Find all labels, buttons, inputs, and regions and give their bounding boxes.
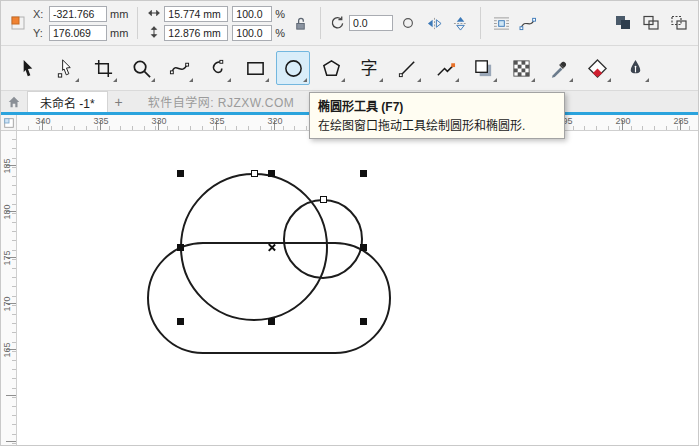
width-icon (147, 6, 161, 22)
zoom-tool[interactable] (124, 51, 158, 85)
height-icon (147, 25, 161, 41)
ruler-number: 325 (209, 116, 224, 126)
scale-h-input[interactable] (232, 6, 272, 22)
selection-center-marker[interactable] (267, 243, 276, 252)
ruler-number: 175 (2, 250, 12, 265)
object-height-input[interactable] (164, 25, 228, 41)
shape-tool[interactable] (48, 51, 82, 85)
property-bar: X: mm Y: mm % (1, 1, 699, 46)
flyout-arrow-icon (645, 78, 649, 82)
wrap-text-button[interactable] (490, 12, 512, 34)
transparency-tool[interactable] (504, 51, 538, 85)
x-unit: mm (110, 8, 128, 20)
flyout-arrow-icon (379, 78, 383, 82)
scale-v-percent: % (275, 27, 285, 39)
ruler-number: 180 (2, 204, 12, 219)
polygon-tool[interactable] (314, 51, 348, 85)
weld-button[interactable] (640, 12, 662, 34)
text-tool[interactable]: 字 (352, 51, 386, 85)
mirror-vertical-button[interactable] (449, 12, 471, 34)
separator (480, 7, 481, 39)
y-label: Y: (33, 27, 46, 39)
convert-to-curves-button[interactable] (516, 12, 538, 34)
property-bar-right-group (612, 12, 694, 34)
selection-handle[interactable] (360, 170, 367, 177)
eyedropper-tool[interactable] (542, 51, 576, 85)
document-tab-label: 未命名 -1* (40, 94, 95, 111)
drawing-canvas[interactable] (17, 131, 699, 446)
tooltip-body: 在绘图窗口拖动工具绘制圆形和椭圆形. (318, 116, 556, 133)
flyout-arrow-icon (531, 78, 535, 82)
selection-handle[interactable] (360, 244, 367, 251)
rectangle-tool[interactable] (238, 51, 272, 85)
curve-node[interactable] (251, 170, 258, 177)
object-origin-icon[interactable] (7, 12, 29, 34)
crop-tool[interactable] (86, 51, 120, 85)
trim-button[interactable] (668, 12, 690, 34)
x-input[interactable] (49, 6, 107, 22)
selection-handle[interactable] (360, 318, 367, 325)
rotate-icon (330, 15, 345, 32)
home-icon[interactable] (1, 91, 27, 112)
curve-node[interactable] (320, 196, 327, 203)
flyout-arrow-icon (569, 78, 573, 82)
ellipse-mode-icon[interactable] (397, 12, 419, 34)
scale-h-percent: % (275, 8, 285, 20)
vertical-ruler[interactable]: 185 180 175 170 165 (1, 131, 17, 446)
flyout-arrow-icon (265, 78, 269, 82)
mirror-horizontal-button[interactable] (423, 12, 445, 34)
watermark-text: 软件自学网: RJZXW.COM (148, 91, 295, 112)
freehand-tool[interactable] (162, 51, 196, 85)
new-document-tab-button[interactable]: + (108, 91, 130, 112)
ellipse-tool[interactable] (276, 51, 310, 85)
selection-handle[interactable] (177, 318, 184, 325)
selection-handle[interactable] (177, 244, 184, 251)
object-width-input[interactable] (164, 6, 228, 22)
ruler-number: 335 (93, 116, 108, 126)
ruler-number: 290 (615, 116, 630, 126)
flyout-arrow-icon (227, 78, 231, 82)
selection-handle[interactable] (177, 170, 184, 177)
selection-handle[interactable] (268, 170, 275, 177)
ruler-number: 330 (151, 116, 166, 126)
document-tab[interactable]: 未命名 -1* (27, 91, 108, 112)
ruler-number: 170 (2, 296, 12, 311)
flyout-arrow-icon (75, 78, 79, 82)
flyout-arrow-icon (607, 78, 611, 82)
flyout-arrow-icon (303, 78, 307, 82)
interactive-fill-tool[interactable] (580, 51, 614, 85)
combine-button[interactable] (612, 12, 634, 34)
ruler-number: 165 (2, 342, 12, 357)
separator (320, 7, 321, 39)
selection-handle[interactable] (268, 318, 275, 325)
outline-pen-tool[interactable] (618, 51, 652, 85)
ruler-number: 320 (267, 116, 282, 126)
flyout-arrow-icon (341, 78, 345, 82)
tooltip-title: 椭圆形工具 (F7) (318, 97, 556, 114)
rotation-angle-input[interactable] (349, 15, 393, 31)
toolbox: 字 (1, 46, 699, 91)
pick-tool[interactable] (10, 51, 44, 85)
line-tool[interactable] (390, 51, 424, 85)
ruler-number: 285 (673, 116, 688, 126)
lock-ratio-button[interactable] (289, 12, 311, 34)
scale-v-input[interactable] (232, 25, 272, 41)
x-label: X: (33, 8, 46, 20)
drop-shadow-tool[interactable] (466, 51, 500, 85)
connector-tool[interactable] (428, 51, 462, 85)
ruler-number: 185 (2, 158, 12, 173)
separator (137, 7, 138, 39)
flyout-arrow-icon (455, 78, 459, 82)
scale-group: % % (232, 5, 285, 41)
y-input[interactable] (49, 25, 107, 41)
coreldraw-window: X: mm Y: mm % (0, 0, 699, 446)
rounded-rectangle[interactable] (147, 242, 391, 354)
bezier-pen-tool[interactable] (200, 51, 234, 85)
flyout-arrow-icon (113, 78, 117, 82)
flyout-arrow-icon (151, 78, 155, 82)
ruler-origin-button[interactable] (1, 115, 17, 131)
flyout-arrow-icon (189, 78, 193, 82)
position-group: X: mm Y: mm (33, 5, 128, 41)
flyout-arrow-icon (417, 78, 421, 82)
y-unit: mm (110, 27, 128, 39)
